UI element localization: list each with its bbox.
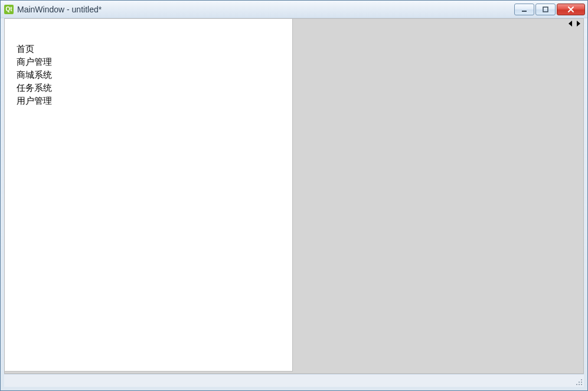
status-bar [4, 374, 584, 387]
title-bar: Qt MainWindow - untitled* [1, 1, 587, 18]
list-widget[interactable]: 首页 商户管理 商城系统 任务系统 用户管理 [5, 19, 293, 372]
svg-marker-2 [569, 21, 572, 27]
list-item[interactable]: 商城系统 [17, 68, 292, 81]
svg-rect-1 [543, 7, 548, 12]
designer-nav-arrows [568, 20, 581, 27]
list-item[interactable]: 任务系统 [17, 81, 292, 94]
close-button[interactable] [557, 4, 585, 15]
list-item[interactable]: 商户管理 [17, 55, 292, 68]
minimize-icon [521, 6, 528, 13]
qt-app-icon: Qt [4, 5, 14, 14]
nav-left-button[interactable] [568, 20, 574, 27]
list-item[interactable]: 首页 [17, 42, 292, 55]
nav-right-button[interactable] [575, 20, 581, 27]
svg-rect-0 [522, 11, 527, 12]
close-icon [567, 6, 575, 13]
maximize-icon [542, 6, 549, 13]
size-grip[interactable] [573, 376, 583, 386]
client-area: 首页 商户管理 商城系统 任务系统 用户管理 [4, 18, 584, 387]
window-title: MainWindow - untitled* [17, 5, 102, 14]
list-container: 首页 商户管理 商城系统 任务系统 用户管理 [5, 19, 292, 107]
designer-canvas[interactable]: 首页 商户管理 商城系统 任务系统 用户管理 [4, 18, 584, 374]
triangle-left-icon [569, 21, 573, 27]
main-window: Qt MainWindow - untitled* [0, 0, 588, 391]
maximize-button[interactable] [535, 4, 556, 15]
window-controls [514, 4, 586, 15]
minimize-button[interactable] [514, 4, 534, 15]
svg-marker-3 [577, 21, 580, 27]
list-item[interactable]: 用户管理 [17, 94, 292, 107]
triangle-right-icon [576, 21, 580, 27]
